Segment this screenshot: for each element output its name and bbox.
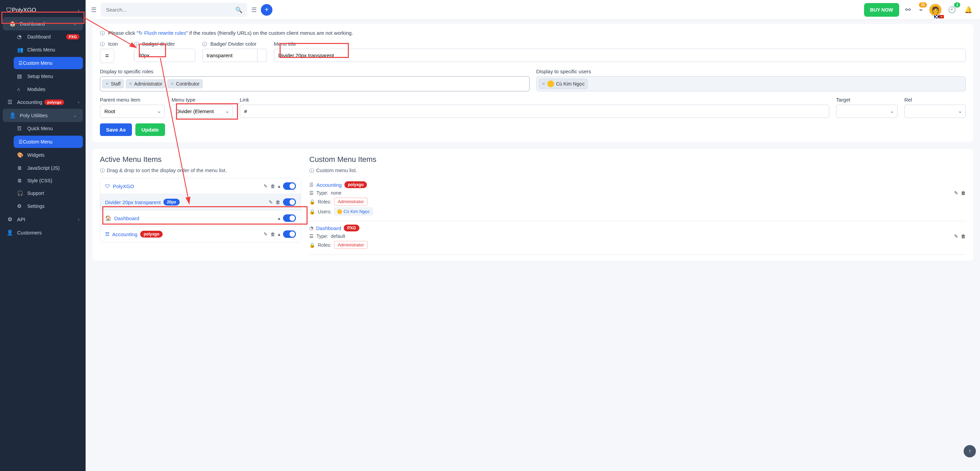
edit-icon[interactable]: ✎ bbox=[269, 199, 273, 205]
custom-item-title[interactable]: Dashboard bbox=[316, 225, 341, 231]
chevron-down-icon: ⌄ bbox=[73, 21, 77, 26]
sidebar-sub-setup-menu[interactable]: ▤ Setup Menu bbox=[0, 70, 86, 83]
role-badge: Administrator bbox=[334, 198, 368, 206]
home-icon: 🏠 bbox=[105, 215, 111, 221]
sidebar: 🛡 PolyXGO ‹ 🏠 Dashboard ⌄ ◔ Dashboard PX… bbox=[0, 0, 86, 471]
remove-icon[interactable]: ✕ bbox=[170, 81, 174, 86]
type-label: Menu type bbox=[172, 97, 233, 103]
caret-up-icon[interactable]: ▴ bbox=[278, 183, 280, 189]
roles-input[interactable]: ✕Staff ✕Administrator ✕Contributor bbox=[100, 76, 530, 91]
scroll-top-button[interactable]: ↑ bbox=[964, 445, 976, 457]
add-button[interactable]: + bbox=[261, 4, 272, 16]
menu-item-title: PolyXGO bbox=[113, 183, 134, 189]
bell-icon[interactable]: 🔔 bbox=[962, 4, 975, 16]
user-icon: 👤 bbox=[6, 229, 14, 236]
trash-icon[interactable]: 🗑 bbox=[275, 199, 280, 205]
icon-picker[interactable]: = bbox=[100, 49, 114, 63]
menu-item[interactable]: ☰ Accounting polyxgo ✎ 🗑 ▴ bbox=[100, 226, 301, 242]
search-icon[interactable]: 🔍 bbox=[235, 6, 242, 13]
sidebar-sub-settings[interactable]: ⚙ Settings bbox=[0, 200, 86, 213]
menu-toggle-icon[interactable]: ☰ bbox=[91, 6, 97, 14]
sidebar-item-poly-utilities[interactable]: 👤 Poly Utilities ⌄ bbox=[3, 109, 83, 122]
users-icon: 👥 bbox=[17, 47, 25, 53]
menu-type-select[interactable]: Divider (Element bbox=[172, 105, 233, 118]
remove-icon[interactable]: ✕ bbox=[105, 81, 109, 86]
color-input[interactable] bbox=[202, 49, 258, 62]
tag-icon[interactable]: ⌁ 25 bbox=[917, 4, 925, 16]
share-icon[interactable]: ⚯ bbox=[903, 4, 913, 16]
caret-up-icon[interactable]: ▴ bbox=[278, 232, 280, 237]
sidebar-item-api[interactable]: ⚙ API ‹ bbox=[0, 213, 86, 226]
menu-item[interactable]: 🛡 PolyXGO ✎ 🗑 ▴ bbox=[100, 178, 301, 194]
sidebar-item-label: Poly Utilities bbox=[20, 113, 48, 118]
toggle[interactable] bbox=[283, 198, 296, 206]
sidebar-item-accounting[interactable]: ☰ Accounting polyxgo ‹ bbox=[0, 95, 86, 109]
user-badge: Cù Kim Ngọc bbox=[334, 208, 373, 216]
user-tag[interactable]: ✕Cù Kim Ngọc bbox=[539, 79, 588, 89]
caret-up-icon[interactable]: ▴ bbox=[278, 216, 280, 221]
save-as-button[interactable]: Save As bbox=[100, 124, 132, 136]
edit-icon[interactable]: ✎ bbox=[264, 232, 268, 237]
sidebar-item-label: Accounting bbox=[17, 99, 42, 105]
active-menu-list: 🛡 PolyXGO ✎ 🗑 ▴ Divider 20px transparent… bbox=[100, 178, 301, 242]
sidebar-sub-custom-menu[interactable]: ☰ Custom Menu bbox=[14, 57, 83, 69]
clock-icon[interactable]: 🕘 1 bbox=[946, 4, 958, 16]
trash-icon[interactable]: 🗑 bbox=[961, 190, 966, 196]
sidebar-item-customers[interactable]: 👤 Customers bbox=[0, 226, 86, 239]
edit-icon[interactable]: ✎ bbox=[954, 233, 958, 239]
custom-item-title[interactable]: Accounting bbox=[317, 182, 342, 188]
trash-icon[interactable]: 🗑 bbox=[270, 232, 275, 237]
badge: PXG bbox=[66, 34, 80, 40]
menu-title-input[interactable] bbox=[274, 49, 966, 62]
toggle[interactable] bbox=[283, 230, 296, 238]
trash-icon[interactable]: 🗑 bbox=[270, 183, 275, 189]
sidebar-sub-custom-menu-2[interactable]: ☰ Custom Menu bbox=[14, 136, 83, 148]
link-input[interactable] bbox=[240, 105, 829, 118]
sidebar-sub-dashboard[interactable]: ◔ Dashboard PXG bbox=[0, 30, 86, 43]
role-tag[interactable]: ✕Contributor bbox=[167, 79, 202, 88]
trash-icon[interactable]: 🗑 bbox=[961, 233, 966, 239]
brand[interactable]: 🛡 PolyXGO ‹ bbox=[0, 3, 86, 17]
role-tag[interactable]: ✕Staff bbox=[102, 79, 124, 88]
roles-label: Display to specific roles bbox=[100, 68, 530, 74]
parent-select[interactable]: Root bbox=[100, 105, 165, 118]
remove-icon[interactable]: ✕ bbox=[129, 81, 132, 86]
sidebar-item-dashboard[interactable]: 🏠 Dashboard ⌄ bbox=[3, 17, 83, 30]
badge-input[interactable] bbox=[134, 49, 196, 62]
flush-link[interactable]: Flush rewrite rules bbox=[144, 30, 186, 36]
edit-icon[interactable]: ✎ bbox=[954, 190, 958, 196]
menu-item-title: Dashboard bbox=[114, 216, 139, 221]
avatar[interactable]: 🧑 bbox=[929, 3, 942, 16]
sidebar-sub-clients-menu[interactable]: 👥 Clients Menu bbox=[0, 43, 86, 56]
chevron-left-icon[interactable]: ‹ bbox=[78, 8, 80, 13]
menu-item[interactable]: Divider 20px transparent 20px ✎ 🗑 bbox=[100, 194, 301, 210]
file-icon: 🗎 bbox=[17, 165, 25, 171]
sidebar-sub-javascript[interactable]: 🗎 JavaScript (JS) bbox=[0, 162, 86, 174]
list-icon: ☰ bbox=[309, 233, 314, 239]
menu-item[interactable]: 🏠 Dashboard ▴ bbox=[100, 210, 301, 226]
sidebar-sub-widgets[interactable]: 🎨 Widgets bbox=[0, 149, 86, 162]
role-tag[interactable]: ✕Administrator bbox=[126, 79, 165, 88]
shield-icon: 🛡 bbox=[105, 183, 110, 189]
badge: polyxgo bbox=[45, 100, 64, 105]
remove-icon[interactable]: ✕ bbox=[542, 81, 545, 86]
toggle[interactable] bbox=[283, 182, 296, 190]
buy-now-button[interactable]: BUY NOW bbox=[864, 3, 899, 17]
home-icon: 🏠 bbox=[9, 21, 16, 27]
list-icon[interactable]: ☰ bbox=[251, 6, 257, 14]
edit-icon[interactable]: ✎ bbox=[264, 183, 268, 189]
rel-select[interactable] bbox=[904, 105, 966, 118]
target-label: Target bbox=[836, 97, 897, 103]
sidebar-sub-support[interactable]: 🎧 Support bbox=[0, 187, 86, 200]
target-select[interactable] bbox=[836, 105, 897, 118]
sidebar-sub-style[interactable]: 🗎 Style (CSS) bbox=[0, 174, 86, 187]
parent-label: Parent menu item bbox=[100, 97, 165, 103]
sidebar-sub-quick-menu[interactable]: ☲ Quick Menu bbox=[0, 122, 86, 135]
update-button[interactable]: Update bbox=[135, 124, 165, 136]
refresh-icon: ↻ bbox=[138, 30, 144, 36]
toggle[interactable] bbox=[283, 214, 296, 222]
users-input[interactable]: ✕Cù Kim Ngọc bbox=[536, 76, 966, 91]
search-input[interactable] bbox=[100, 3, 247, 17]
color-swatch[interactable] bbox=[258, 49, 267, 62]
sidebar-sub-modules[interactable]: ⑃ Modules bbox=[0, 83, 86, 95]
